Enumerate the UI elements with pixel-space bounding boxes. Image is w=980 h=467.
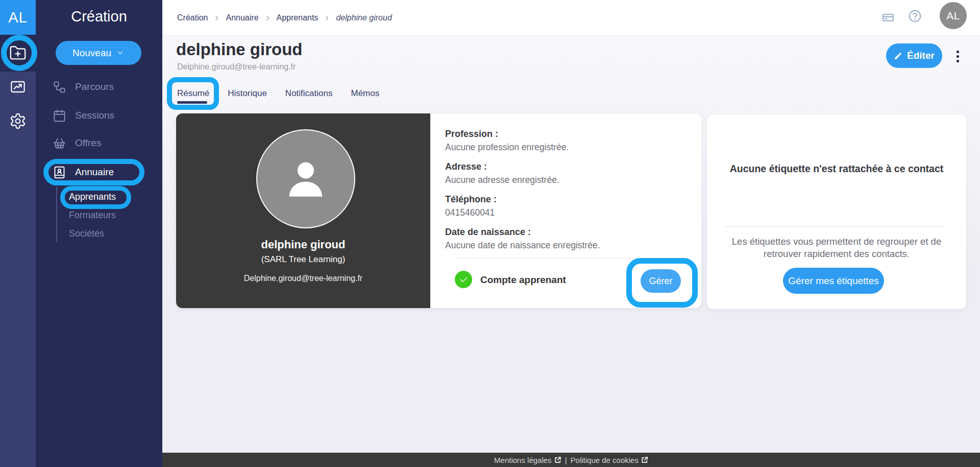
sidebar-item-label: Annuaire <box>75 167 114 178</box>
manage-account-button[interactable]: Gérer <box>641 269 681 293</box>
external-link-icon <box>554 456 561 463</box>
profile-name: delphine giroud <box>176 238 430 251</box>
detail-label: Profession : <box>445 129 498 139</box>
breadcrumb-item[interactable]: Annuaire <box>226 13 258 22</box>
tab-historique[interactable]: Historique <box>228 86 267 101</box>
new-button-label: Nouveau <box>72 48 111 59</box>
sidebar-item-label: Parcours <box>75 81 114 92</box>
address-book-icon <box>53 166 66 179</box>
profile-summary-card: delphine giroud (SARL Tree Learning) Del… <box>176 113 701 308</box>
pencil-icon <box>894 52 902 60</box>
breadcrumb: Création Annuaire Apprenants delphine gi… <box>177 0 392 36</box>
legal-link[interactable]: Mentions légales <box>494 456 561 464</box>
calendar-icon <box>53 109 66 123</box>
tab-memos[interactable]: Mémos <box>351 86 379 101</box>
topbar: Création Annuaire Apprenants delphine gi… <box>162 0 980 36</box>
sidebar-item-label: Offres <box>75 137 101 149</box>
detail-value: Aucune adresse enregistrée. <box>445 175 559 185</box>
tags-card: Aucune étiquette n'est rattachée à ce co… <box>707 114 966 309</box>
detail-label: Adresse : <box>445 161 487 172</box>
detail-label: Téléphone : <box>445 194 497 205</box>
external-link-icon <box>641 456 648 463</box>
help-icon[interactable] <box>908 9 922 25</box>
profile-avatar <box>256 129 355 228</box>
basket-icon <box>53 136 66 150</box>
tab-notifications[interactable]: Notifications <box>285 86 333 101</box>
chevron-right-icon <box>264 15 271 21</box>
sidebar-section-title: Création <box>36 8 162 25</box>
profile-email: Delphine.giroud@tree-learning.fr <box>176 274 430 283</box>
edit-button-label: Éditer <box>907 50 935 61</box>
chevron-down-icon <box>116 49 125 57</box>
sidebar-subitem-apprenants[interactable]: Apprenants <box>69 189 116 204</box>
detail-value: Aucune profession enregistrée. <box>445 142 569 153</box>
chevron-right-icon <box>213 15 220 21</box>
icon-rail: AL <box>0 0 36 467</box>
page-title: delphine giroud <box>176 40 302 59</box>
divider <box>456 258 684 259</box>
person-icon <box>279 152 332 205</box>
flow-nodes-icon <box>53 80 66 94</box>
page-subtitle-email: Delphine.giroud@tree-learning.fr <box>177 62 296 72</box>
cookies-link[interactable]: Politique de cookies <box>571 456 648 464</box>
tab-resume[interactable]: Résumé <box>177 86 209 101</box>
stats-folder-icon[interactable] <box>0 79 36 95</box>
sidebar-subitem-formateurs[interactable]: Formateurs <box>69 207 116 223</box>
cookies-link-label: Politique de cookies <box>571 456 639 464</box>
account-type-label: Compte apprenant <box>480 274 566 286</box>
manage-tags-button[interactable]: Gérer mes étiquettes <box>783 268 884 294</box>
profile-company: (SARL Tree Learning) <box>176 254 430 265</box>
user-avatar[interactable]: AL <box>940 2 967 29</box>
detail-label: Date de naissance : <box>445 227 531 238</box>
sidebar-subitem-societes[interactable]: Sociétés <box>69 226 104 241</box>
app-logo[interactable]: AL <box>0 0 36 35</box>
sidebar-subitem-label: Sociétés <box>69 228 104 239</box>
new-button[interactable]: Nouveau <box>56 41 141 65</box>
breadcrumb-current: delphine giroud <box>336 13 391 22</box>
gear-icon[interactable] <box>0 112 36 130</box>
chevron-right-icon <box>324 15 330 21</box>
print-icon[interactable] <box>880 11 896 26</box>
sidebar-item-parcours[interactable]: Parcours <box>53 79 114 95</box>
sidebar-subitem-label: Apprenants <box>69 192 116 202</box>
sidebar-item-annuaire[interactable]: Annuaire <box>53 165 114 180</box>
breadcrumb-item[interactable]: Création <box>177 13 208 22</box>
legal-link-label: Mentions légales <box>494 456 552 464</box>
sidebar-item-offres[interactable]: Offres <box>53 135 101 151</box>
edit-button[interactable]: Éditer <box>886 43 942 68</box>
footer: Mentions légales | Politique de cookies <box>162 453 980 467</box>
divider <box>725 226 944 227</box>
submenu-guide-line <box>56 187 57 242</box>
active-tab-underline <box>177 101 207 104</box>
tags-empty-title: Aucune étiquette n'est rattachée à ce co… <box>719 162 954 175</box>
detail-value: Aucune date de naissance enregistrée. <box>445 240 600 251</box>
check-icon <box>455 271 472 288</box>
sidebar-item-sessions[interactable]: Sessions <box>53 108 114 123</box>
sidebar-item-label: Sessions <box>75 110 114 121</box>
more-options-icon[interactable] <box>954 51 961 65</box>
folder-plus-icon[interactable] <box>0 44 36 62</box>
sidebar-subitem-label: Formateurs <box>69 210 116 221</box>
tab-bar: Résumé Historique Notifications Mémos <box>177 86 379 101</box>
breadcrumb-item[interactable]: Apprenants <box>277 13 318 22</box>
footer-separator: | <box>565 456 567 464</box>
tags-description: Les étiquettes vous permettent de regrou… <box>724 236 949 260</box>
detail-value: 0415460041 <box>445 207 495 218</box>
profile-identity-pane: delphine giroud (SARL Tree Learning) Del… <box>176 113 430 308</box>
